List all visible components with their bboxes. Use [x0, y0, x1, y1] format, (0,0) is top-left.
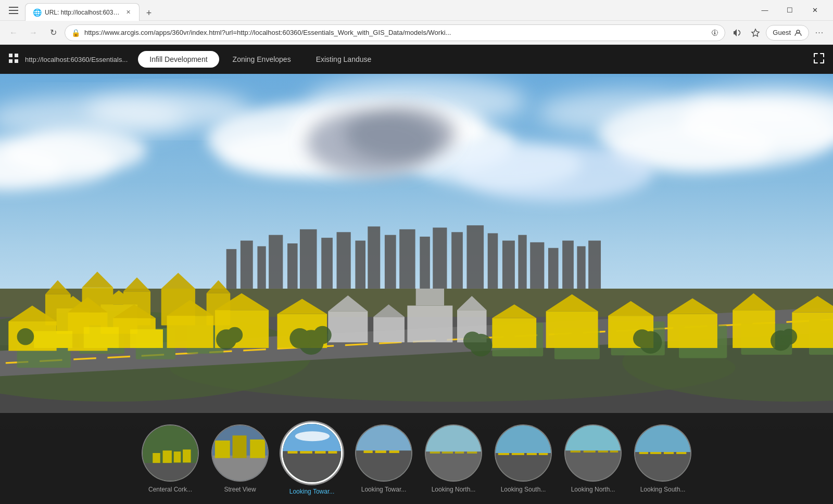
- svg-rect-143: [233, 435, 247, 458]
- browser-window: 🌐 URL: http://localhost:60360/Esse... ✕ …: [0, 0, 833, 504]
- address-bar: ← → ↻ 🔒 https://www.arcgis.com/apps/360v…: [0, 21, 833, 45]
- url-text: https://www.arcgis.com/apps/360vr/index.…: [84, 29, 707, 36]
- svg-rect-2: [9, 13, 18, 14]
- carousel-item-looking-toward-2[interactable]: Looking Towar...: [355, 424, 412, 493]
- tab-infill-development[interactable]: Infill Development: [138, 51, 219, 68]
- forward-button[interactable]: →: [25, 24, 42, 41]
- svg-rect-166: [496, 453, 551, 481]
- tab-zoning-envelopes[interactable]: Zoning Envelopes: [221, 51, 302, 68]
- svg-rect-33: [269, 235, 283, 289]
- svg-rect-49: [530, 242, 544, 289]
- refresh-button[interactable]: ↻: [45, 24, 61, 41]
- carousel-label-looking-toward-2: Looking Towar...: [361, 486, 407, 493]
- svg-rect-180: [635, 452, 690, 481]
- new-tab-button[interactable]: +: [142, 6, 156, 20]
- svg-rect-37: [337, 232, 351, 289]
- tab-title: URL: http://localhost:60360/Esse...: [45, 9, 122, 16]
- svg-rect-112: [130, 329, 163, 348]
- sidebar-toggle-button[interactable]: [6, 3, 21, 18]
- svg-rect-32: [257, 246, 266, 289]
- svg-rect-36: [321, 238, 333, 289]
- svg-rect-111: [84, 327, 119, 348]
- svg-rect-138: [143, 463, 198, 481]
- svg-rect-159: [426, 451, 481, 481]
- svg-rect-43: [433, 228, 447, 289]
- svg-rect-157: [356, 425, 411, 450]
- carousel-thumb-central-cork: [142, 424, 199, 482]
- svg-rect-113: [328, 311, 368, 342]
- url-bar[interactable]: 🔒 https://www.arcgis.com/apps/360vr/inde…: [65, 24, 725, 41]
- minimize-button[interactable]: —: [753, 2, 777, 19]
- read-aloud-button[interactable]: [728, 24, 745, 41]
- carousel-item-looking-south-1[interactable]: Looking South...: [495, 424, 552, 493]
- app-grid-icon[interactable]: [8, 53, 19, 66]
- browser-tabs: 🌐 URL: http://localhost:60360/Esse... ✕ …: [25, 0, 749, 20]
- svg-rect-38: [355, 241, 365, 289]
- close-button[interactable]: ✕: [803, 2, 827, 19]
- svg-marker-77: [161, 273, 195, 289]
- svg-rect-53: [588, 241, 601, 289]
- svg-rect-47: [502, 241, 515, 289]
- carousel-label-central-cork: Centeral Cork...: [148, 486, 192, 493]
- fullscreen-button[interactable]: [813, 53, 825, 67]
- svg-marker-73: [82, 272, 113, 287]
- tab-existing-landuse[interactable]: Existing Landuse: [305, 51, 383, 68]
- svg-rect-110: [34, 331, 72, 348]
- guest-label: Guest: [773, 29, 791, 36]
- carousel-item-looking-north-2[interactable]: Looking North...: [564, 424, 622, 493]
- svg-rect-45: [466, 225, 484, 289]
- svg-rect-41: [399, 229, 415, 289]
- carousel-item-street-view[interactable]: Street View: [211, 424, 269, 493]
- svg-rect-52: [577, 246, 585, 289]
- carousel-label-looking-north-2: Looking North...: [571, 486, 615, 493]
- svg-rect-35: [300, 229, 317, 289]
- maximize-button[interactable]: ☐: [778, 2, 802, 19]
- carousel-thumb-looking-toward-2: [355, 424, 412, 482]
- browser-tab-active[interactable]: 🌐 URL: http://localhost:60360/Esse... ✕: [25, 3, 140, 21]
- svg-rect-50: [548, 248, 559, 289]
- carousel-thumb-looking-toward-1: [281, 422, 343, 484]
- svg-rect-140: [212, 455, 268, 480]
- svg-rect-118: [416, 289, 444, 306]
- svg-point-132: [781, 329, 797, 344]
- carousel-label-street-view: Street View: [224, 486, 256, 493]
- svg-point-126: [17, 328, 34, 345]
- scene-container: Centeral Cork...: [0, 74, 833, 504]
- carousel-thumb-looking-south-1: [495, 424, 552, 482]
- svg-rect-42: [420, 237, 430, 289]
- carousel: Centeral Cork...: [0, 413, 833, 504]
- carousel-item-central-cork[interactable]: Centeral Cork...: [142, 424, 199, 493]
- svg-rect-44: [451, 232, 463, 289]
- carousel-item-looking-north-1[interactable]: Looking North...: [425, 424, 482, 493]
- svg-rect-115: [373, 317, 405, 342]
- app-header: http://localhost:60360/Essentials... Inf…: [0, 45, 833, 74]
- city-scene-svg: [0, 74, 833, 413]
- url-bar-actions: 🛈: [711, 29, 718, 37]
- svg-marker-75: [123, 277, 150, 291]
- svg-rect-134: [153, 453, 160, 463]
- svg-rect-173: [565, 450, 621, 481]
- svg-point-130: [633, 329, 651, 347]
- svg-rect-171: [496, 425, 551, 453]
- read-mode-icon[interactable]: 🛈: [711, 29, 718, 37]
- svg-rect-142: [250, 439, 265, 458]
- window-left-controls: [6, 3, 21, 18]
- tab-close-button[interactable]: ✕: [125, 8, 132, 17]
- svg-point-122: [289, 328, 310, 348]
- back-button[interactable]: ←: [5, 24, 22, 41]
- svg-rect-104: [733, 310, 775, 348]
- app-tabs: Infill Development Zoning Envelopes Exis…: [138, 51, 383, 68]
- carousel-thumb-looking-north-2: [564, 424, 622, 482]
- svg-rect-46: [488, 233, 498, 288]
- guest-profile-button[interactable]: Guest: [766, 25, 809, 41]
- tab-favicon: 🌐: [33, 8, 42, 17]
- svg-point-125: [463, 332, 482, 350]
- favorites-button[interactable]: [747, 24, 764, 41]
- carousel-item-looking-toward-1[interactable]: Looking Towar...: [281, 422, 343, 495]
- svg-rect-40: [385, 235, 396, 289]
- carousel-item-looking-south-2[interactable]: Looking South...: [634, 424, 691, 493]
- svg-rect-39: [368, 226, 380, 289]
- svg-rect-98: [546, 311, 598, 348]
- more-options-button[interactable]: ···: [811, 24, 828, 41]
- svg-rect-106: [792, 313, 833, 348]
